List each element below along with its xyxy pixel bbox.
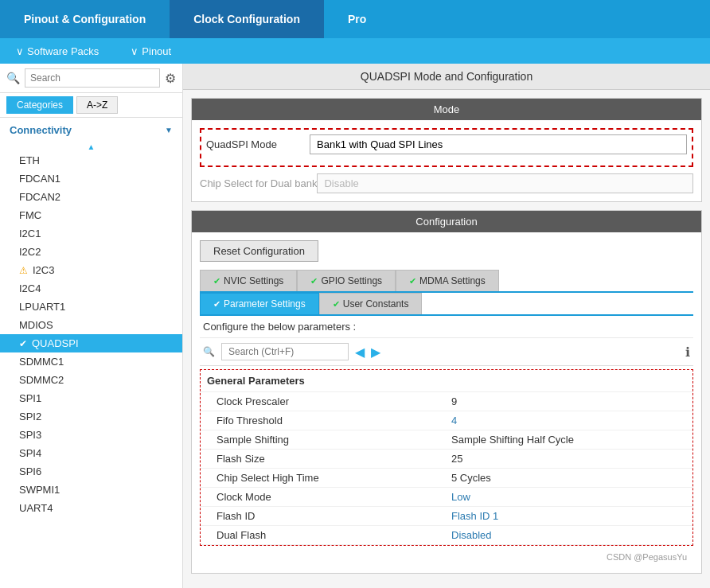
sidebar-item-fdcan2[interactable]: FDCAN2: [0, 188, 182, 206]
search-bar: 🔍 ⚙: [0, 64, 182, 93]
table-row[interactable]: Sample Shifting Sample Shifting Half Cyc…: [201, 430, 692, 450]
connectivity-label: Connectivity: [10, 124, 72, 136]
sidebar: 🔍 ⚙ Categories A->Z Connectivity ▼ ▲ ETH…: [0, 64, 183, 588]
quadspi-mode-label: QuadSPI Mode: [206, 138, 310, 150]
next-search-icon[interactable]: ▶: [371, 345, 380, 360]
sidebar-item-quadspi[interactable]: ✔ QUADSPI: [0, 334, 182, 352]
prev-search-icon[interactable]: ◀: [355, 345, 365, 360]
param-search-bar: 🔍 ◀ ▶ ℹ: [200, 338, 693, 366]
categories-tab[interactable]: Categories: [6, 96, 73, 114]
general-params-header: General Parameters: [201, 370, 692, 392]
second-nav: ∨ Software Packs ∨ Pinout: [0, 38, 710, 64]
check-icon-quadspi: ✔: [19, 338, 27, 349]
config-body: Reset Configuration ✔ NVIC Settings ✔ GP…: [192, 232, 701, 573]
scroll-up-indicator[interactable]: ▲: [0, 142, 182, 151]
pinout-config-tab[interactable]: Pinout & Configuration: [0, 0, 170, 38]
az-tab[interactable]: A->Z: [76, 96, 118, 114]
watermark: CSDN @PegasusYu: [200, 549, 693, 565]
table-row[interactable]: Fifo Threshold 4: [201, 411, 692, 430]
sidebar-item-i2c1[interactable]: I2C1: [0, 224, 182, 243]
gpio-settings-tab[interactable]: ✔ GPIO Settings: [297, 270, 396, 291]
chip-select[interactable]: Disable: [317, 173, 693, 193]
software-packs-chevron: ∨: [16, 45, 24, 57]
param-flash-size-value: 25: [451, 453, 686, 465]
param-clock-prescaler-name: Clock Prescaler: [217, 395, 451, 407]
user-check-icon: ✔: [333, 299, 340, 310]
gear-icon[interactable]: ⚙: [165, 71, 176, 86]
sidebar-item-spi6[interactable]: SPI6: [0, 462, 182, 481]
clock-config-tab[interactable]: Clock Configuration: [170, 0, 324, 38]
table-row[interactable]: Dual Flash Disabled: [201, 526, 692, 545]
table-row[interactable]: Flash Size 25: [201, 450, 692, 469]
nvic-check-icon: ✔: [213, 276, 220, 286]
software-packs-label: Software Packs: [27, 45, 99, 57]
software-packs-nav[interactable]: ∨ Software Packs: [0, 38, 115, 64]
mode-header: Mode: [192, 99, 701, 120]
param-chip-select-high-time-name: Chip Select High Time: [217, 472, 451, 484]
category-tabs: Categories A->Z: [0, 93, 182, 118]
param-search-input[interactable]: [221, 343, 349, 360]
mode-body: QuadSPI Mode Bank1 with Quad SPI Lines D…: [192, 120, 701, 201]
sidebar-item-fdcan1[interactable]: FDCAN1: [0, 169, 182, 188]
table-row[interactable]: Clock Mode Low: [201, 488, 692, 507]
quadspi-select-wrapper: Bank1 with Quad SPI Lines Disable Bank2 …: [310, 134, 687, 154]
param-search-icon: 🔍: [203, 346, 215, 357]
connectivity-arrow: ▼: [165, 126, 173, 134]
sidebar-item-i2c3[interactable]: ⚠ I2C3: [0, 261, 182, 279]
sidebar-item-sdmmc2[interactable]: SDMMC2: [0, 371, 182, 389]
param-chip-select-high-time-value: 5 Cycles: [451, 472, 686, 484]
sidebar-item-fmc[interactable]: FMC: [0, 206, 182, 224]
sidebar-item-spi1[interactable]: SPI1: [0, 389, 182, 407]
parameter-settings-tab[interactable]: ✔ Parameter Settings: [200, 293, 319, 314]
info-icon[interactable]: ℹ: [685, 345, 690, 360]
main-layout: 🔍 ⚙ Categories A->Z Connectivity ▼ ▲ ETH…: [0, 64, 710, 588]
table-row[interactable]: Chip Select High Time 5 Cycles: [201, 469, 692, 488]
param-clock-mode-name: Clock Mode: [217, 491, 451, 503]
content-header-text: QUADSPI Mode and Configuration: [361, 70, 532, 83]
sidebar-item-i2c2[interactable]: I2C2: [0, 243, 182, 261]
table-row[interactable]: Flash ID Flash ID 1: [201, 507, 692, 526]
sidebar-item-spi3[interactable]: SPI3: [0, 426, 182, 444]
sidebar-item-spi4[interactable]: SPI4: [0, 444, 182, 462]
clock-config-label: Clock Configuration: [193, 13, 300, 25]
sidebar-item-lpuart1[interactable]: LPUART1: [0, 298, 182, 316]
pinout-nav-label: Pinout: [142, 45, 171, 57]
reset-config-button[interactable]: Reset Configuration: [200, 240, 318, 262]
connectivity-section: Connectivity ▼ ▲ ETH FDCAN1 FDCAN2 FMC I…: [0, 118, 182, 517]
mdma-settings-tab[interactable]: ✔ MDMA Settings: [396, 270, 499, 291]
param-sample-shifting-name: Sample Shifting: [217, 434, 451, 446]
nvic-settings-tab[interactable]: ✔ NVIC Settings: [200, 270, 297, 291]
param-clock-mode-value: Low: [451, 491, 686, 503]
sidebar-item-spi2[interactable]: SPI2: [0, 407, 182, 426]
sidebar-item-i2c4[interactable]: I2C4: [0, 279, 182, 298]
table-row[interactable]: Clock Prescaler 9: [201, 392, 692, 411]
sidebar-item-mdios[interactable]: MDIOS: [0, 316, 182, 334]
param-fifo-threshold-name: Fifo Threshold: [217, 415, 451, 426]
config-header: Configuration: [192, 211, 701, 232]
connectivity-header[interactable]: Connectivity ▼: [0, 118, 182, 142]
sidebar-item-swpmi1[interactable]: SWPMI1: [0, 481, 182, 499]
config-tabs-row2: ✔ Parameter Settings ✔ User Constants: [200, 293, 693, 316]
param-flash-id-value: Flash ID 1: [451, 510, 686, 522]
top-nav: Pinout & Configuration Clock Configurati…: [0, 0, 710, 38]
param-flash-id-name: Flash ID: [217, 510, 451, 522]
project-tab[interactable]: Pro: [324, 0, 390, 38]
param-flash-size-name: Flash Size: [217, 453, 451, 465]
chip-select-label: Chip Select for Dual bank: [200, 177, 317, 189]
quadspi-mode-row: QuadSPI Mode Bank1 with Quad SPI Lines D…: [206, 134, 687, 154]
sidebar-item-uart4[interactable]: UART4: [0, 499, 182, 517]
sidebar-item-eth[interactable]: ETH: [0, 151, 182, 169]
project-label: Pro: [348, 13, 366, 25]
user-constants-tab[interactable]: ✔ User Constants: [319, 293, 423, 314]
pinout-nav[interactable]: ∨ Pinout: [115, 38, 187, 64]
param-check-icon: ✔: [213, 299, 220, 310]
param-description: Configure the below parameters :: [200, 316, 693, 338]
quadspi-mode-select[interactable]: Bank1 with Quad SPI Lines Disable Bank2 …: [310, 134, 687, 154]
gpio-check-icon: ✔: [310, 276, 318, 286]
search-input[interactable]: [25, 68, 160, 88]
param-sample-shifting-value: Sample Shifting Half Cycle: [451, 434, 686, 446]
sidebar-item-sdmmc1[interactable]: SDMMC1: [0, 352, 182, 371]
param-fifo-threshold-value: 4: [451, 415, 686, 426]
param-clock-prescaler-value: 9: [451, 395, 686, 407]
content-header: QUADSPI Mode and Configuration: [183, 64, 710, 90]
